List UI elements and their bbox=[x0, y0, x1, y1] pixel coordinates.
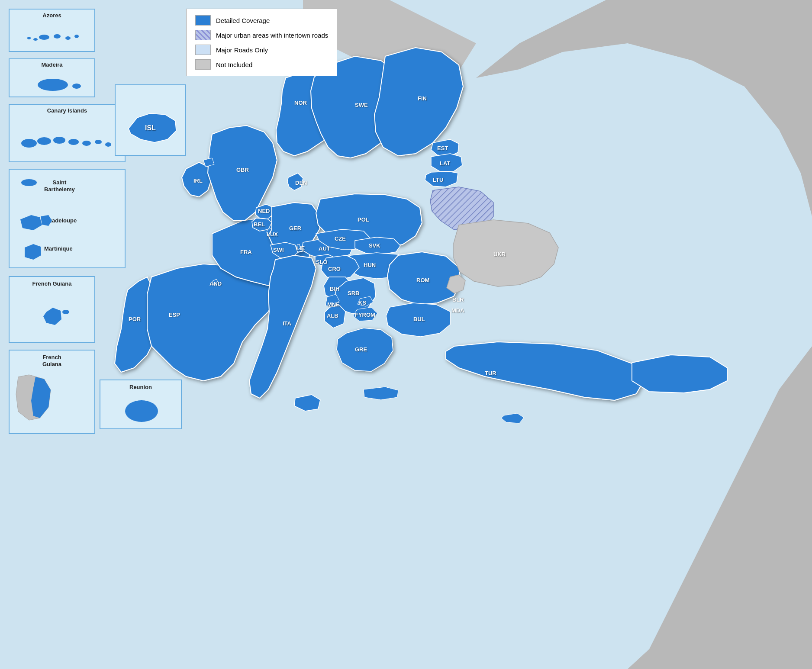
svg-point-15 bbox=[82, 141, 91, 146]
svg-point-6 bbox=[74, 35, 79, 38]
legend-swatch-detailed bbox=[195, 15, 211, 26]
canary-shape bbox=[10, 119, 126, 161]
inset-canary-label: Canary Islands bbox=[47, 107, 87, 114]
svg-point-14 bbox=[68, 139, 79, 145]
svg-point-17 bbox=[105, 142, 111, 147]
svg-point-12 bbox=[37, 137, 51, 145]
antilles-shape bbox=[10, 170, 126, 269]
svg-point-9 bbox=[38, 79, 68, 91]
svg-point-3 bbox=[39, 35, 49, 40]
inset-french-antilles: SaintBarthelemy Guadeloupe Martinique bbox=[9, 169, 126, 268]
svg-point-18 bbox=[21, 179, 37, 186]
legend-item-light: Major Roads Only bbox=[195, 45, 328, 55]
svg-point-13 bbox=[53, 137, 65, 144]
svg-point-5 bbox=[65, 36, 71, 40]
legend-label-light: Major Roads Only bbox=[216, 46, 268, 54]
inset-madeira-label: Madeira bbox=[41, 61, 62, 68]
legend-item-hatch: Major urban areas with intertown roads bbox=[195, 30, 328, 40]
svg-point-20 bbox=[125, 400, 158, 422]
legend-item-detailed: Detailed Coverage bbox=[195, 15, 328, 26]
map-legend: Detailed Coverage Major urban areas with… bbox=[186, 9, 337, 76]
svg-point-16 bbox=[95, 140, 102, 144]
svg-point-8 bbox=[27, 37, 31, 39]
legend-item-gray: Not Included bbox=[195, 59, 328, 70]
svg-point-11 bbox=[21, 139, 37, 148]
inset-reunion-label: Reunion bbox=[129, 384, 152, 391]
svg-point-7 bbox=[33, 38, 38, 41]
inset-madeira: Madeira bbox=[9, 58, 95, 97]
svg-point-4 bbox=[54, 34, 61, 39]
reunion-shape bbox=[100, 392, 183, 426]
inset-azores: Azores bbox=[9, 9, 95, 52]
legend-label-hatch: Major urban areas with intertown roads bbox=[216, 32, 328, 39]
azores-shape bbox=[10, 20, 96, 50]
inset-mayotte: French Guiana bbox=[9, 276, 95, 343]
inset-iceland: ISL bbox=[115, 84, 186, 156]
french-guiana-shape bbox=[10, 364, 96, 431]
legend-label-gray: Not Included bbox=[216, 61, 252, 68]
iceland-shape bbox=[116, 90, 187, 152]
inset-reunion: Reunion bbox=[100, 380, 182, 429]
svg-point-19 bbox=[62, 310, 69, 314]
legend-swatch-light bbox=[195, 45, 211, 55]
legend-label-detailed: Detailed Coverage bbox=[216, 17, 270, 24]
svg-point-10 bbox=[72, 84, 81, 89]
mayotte-shape bbox=[10, 288, 96, 340]
legend-swatch-hatch bbox=[195, 30, 211, 40]
madeira-shape bbox=[10, 70, 96, 96]
inset-canary: Canary Islands bbox=[9, 104, 126, 162]
inset-french-guiana: FrenchGuiana bbox=[9, 350, 95, 434]
inset-mayotte-label: French Guiana bbox=[32, 280, 71, 287]
inset-azores-label: Azores bbox=[42, 12, 61, 19]
legend-swatch-gray bbox=[195, 59, 211, 70]
